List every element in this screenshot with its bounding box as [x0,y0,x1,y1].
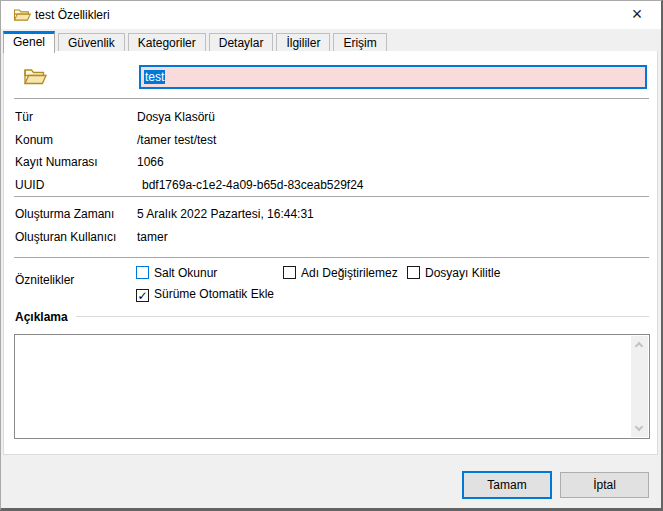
tab-detaylar[interactable]: Detaylar [209,33,274,52]
checkbox-surume-otomatik-ekle[interactable]: ✓Sürüme Otomatik Ekle [136,287,274,301]
separator [14,98,649,99]
tab-genel[interactable]: Genel [3,31,55,53]
checkbox-box [407,266,420,279]
checkbox-label: Salt Okunur [154,266,217,280]
chevron-up-icon [635,342,643,350]
checkbox-box: ✓ [136,289,149,302]
checkbox-box [136,266,149,279]
attributes-label: Öznitelikler [15,273,74,287]
tab-erisim[interactable]: Erişim [333,33,386,52]
tab-bar: Genel Güvenlik Kategoriler Detaylar İlgi… [3,30,655,52]
info-value: Dosya Klasörü [137,110,215,124]
properties-dialog: test Özellikleri × Genel Güvenlik Katego… [0,0,663,511]
chevron-down-icon [635,423,643,431]
cancel-button[interactable]: İptal [560,472,649,498]
checkbox-adi-degistirilemez[interactable]: Adı Değiştirilemez [283,266,398,280]
scrollbar[interactable] [631,336,648,437]
info-row-olusturma-zamani: Oluşturma Zamanı 5 Aralık 2022 Pazartesi… [15,207,649,221]
info-value: tamer [137,230,168,244]
scroll-down-button[interactable] [631,420,648,437]
description-group-line [76,316,649,317]
checkbox-label: Sürüme Otomatik Ekle [154,287,274,301]
info-row-uuid: UUID bdf1769a-c1e2-4a09-b65d-83ceab529f2… [15,178,649,192]
separator [14,196,649,197]
folder-icon [13,7,31,22]
info-value: bdf1769a-c1e2-4a09-b65d-83ceab529f24 [142,178,364,192]
tab-guvenlik[interactable]: Güvenlik [58,33,125,52]
checkbox-salt-okunur[interactable]: Salt Okunur [136,266,217,280]
info-label: Konum [15,133,53,147]
description-textarea[interactable] [14,334,650,439]
info-label: Tür [15,110,33,124]
close-button[interactable]: × [619,1,655,29]
info-label: Oluşturma Zamanı [15,207,114,221]
ok-button[interactable]: Tamam [462,471,552,499]
name-input-selected-text: test [144,70,165,84]
info-label: Oluşturan Kullanıcı [15,230,116,244]
checkbox-box [283,266,296,279]
separator [14,257,649,258]
window-title: test Özellikleri [35,8,110,22]
scroll-up-button[interactable] [631,336,648,353]
info-value: 5 Aralık 2022 Pazartesi, 16:44:31 [137,207,314,221]
info-label: Kayıt Numarası [15,155,98,169]
tab-ilgililer[interactable]: İlgililer [276,33,330,52]
checkbox-dosyayi-kilitle[interactable]: Dosyayı Kilitle [407,266,500,280]
info-label: UUID [15,178,44,192]
description-group-label: Açıklama [15,310,68,324]
close-icon: × [632,4,643,24]
tab-panel-genel: test Tür Dosya Klasörü Konum /tamer test… [3,51,658,455]
checkbox-label: Adı Değiştirilemez [301,266,398,280]
info-row-konum: Konum /tamer test/test [15,133,649,147]
title-bar: test Özellikleri × [1,1,661,29]
info-row-tur: Tür Dosya Klasörü [15,110,649,124]
name-input[interactable]: test [139,65,647,89]
info-row-kayit-numarasi: Kayıt Numarası 1066 [15,155,649,169]
info-value: /tamer test/test [137,133,216,147]
checkbox-label: Dosyayı Kilitle [425,266,500,280]
info-row-olusturan-kullanici: Oluşturan Kullanıcı tamer [15,230,649,244]
info-value: 1066 [137,155,164,169]
folder-icon-large [23,66,47,86]
tab-kategoriler[interactable]: Kategoriler [128,33,206,52]
